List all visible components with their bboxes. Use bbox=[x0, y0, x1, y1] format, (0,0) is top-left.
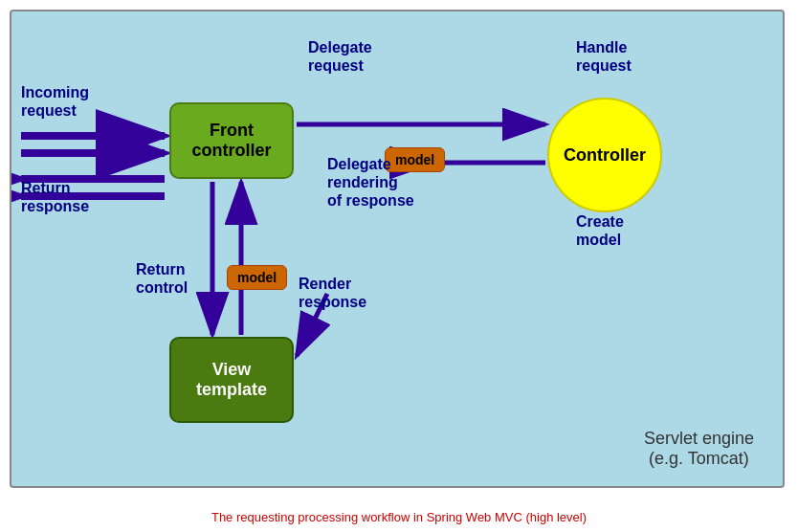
controller-label: Controller bbox=[564, 145, 646, 166]
servlet-engine-label: Servlet engine(e.g. Tomcat) bbox=[644, 429, 754, 469]
handle-request-label: Handlerequest bbox=[576, 38, 632, 75]
arrows-svg bbox=[11, 11, 787, 490]
servlet-engine-text: Servlet engine(e.g. Tomcat) bbox=[644, 429, 754, 468]
incoming-request-label: Incomingrequest bbox=[21, 83, 89, 120]
caption-text: The requesting processing workflow in Sp… bbox=[211, 510, 587, 524]
create-model-label: Createmodel bbox=[576, 212, 624, 249]
render-response-text: Renderresponse bbox=[299, 276, 366, 310]
view-template-label: View template bbox=[196, 360, 267, 400]
view-template-box: View template bbox=[169, 337, 294, 423]
delegate-rendering-text: Delegaterenderingof response bbox=[327, 156, 414, 209]
model-badge-2: model bbox=[227, 265, 287, 290]
caption: The requesting processing workflow in Sp… bbox=[0, 510, 798, 524]
delegate-request-text: Delegaterequest bbox=[308, 39, 372, 74]
controller-circle: Controller bbox=[547, 98, 662, 212]
return-control-label: Returncontrol bbox=[136, 260, 188, 297]
diagram-container: Front controller Controller View templat… bbox=[10, 10, 785, 488]
return-response-text: Returnresponse bbox=[21, 180, 89, 214]
front-controller-box: Front controller bbox=[169, 102, 294, 179]
front-controller-label: Front controller bbox=[191, 121, 271, 161]
incoming-request-text: Incomingrequest bbox=[21, 84, 89, 119]
delegate-request-label: Delegaterequest bbox=[308, 38, 372, 75]
return-control-text: Returncontrol bbox=[136, 261, 188, 296]
return-response-label: Returnresponse bbox=[21, 179, 89, 215]
render-response-label: Renderresponse bbox=[299, 275, 366, 311]
handle-request-text: Handlerequest bbox=[576, 39, 632, 74]
create-model-text: Createmodel bbox=[576, 213, 624, 248]
delegate-rendering-label: Delegaterenderingof response bbox=[327, 155, 414, 211]
